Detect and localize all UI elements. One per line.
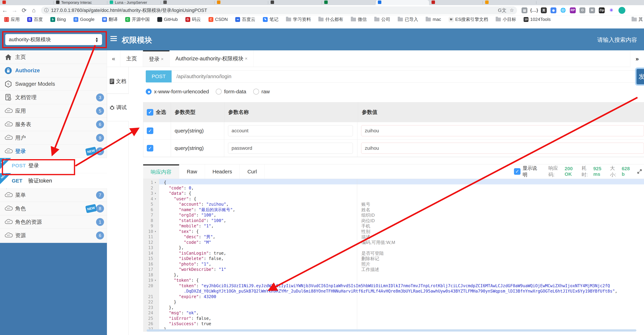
bookmark-item[interactable]: ∞百度云 (235, 16, 255, 22)
radio-icon[interactable] (146, 89, 152, 94)
notes-extension-icon[interactable]: ▤ (522, 8, 528, 13)
bookmark-item[interactable]: 已导入 (398, 16, 418, 22)
header-search-input[interactable]: 请输入搜索内容 (597, 36, 637, 44)
param-name-input[interactable]: password (228, 143, 353, 154)
select-all-checkbox[interactable]: ✓ (147, 109, 153, 116)
bookmark-item[interactable]: CCSDN (208, 17, 228, 22)
close-tab-icon[interactable]: × (245, 56, 248, 61)
fold-arrow-icon[interactable]: ▾ (154, 229, 156, 234)
bookmark-star-icon[interactable]: ☆ (510, 8, 514, 13)
bookmark-item[interactable]: 小目标 (496, 16, 516, 22)
browser-tab[interactable] (268, 0, 322, 5)
bookmark-item[interactable]: GitHub (157, 17, 178, 22)
site-info-icon[interactable]: ⓘ (44, 7, 49, 13)
param-value-input[interactable]: zuihou (361, 125, 644, 136)
browser-tab[interactable] (376, 0, 429, 5)
sidebar-item-文档管理[interactable]: 文档管理3 (0, 91, 107, 104)
show-description-checkbox[interactable]: ✓ (514, 168, 520, 175)
sidebar-op-post-login[interactable]: NEWPOST登录 (0, 158, 107, 173)
param-checkbox[interactable]: ✓ (147, 128, 153, 134)
close-tab-icon[interactable]: × (161, 56, 164, 62)
bookmark-item[interactable]: mac (426, 17, 441, 22)
sidebar-item-角色的资源[interactable]: API角色的资源1 (0, 215, 107, 229)
send-button[interactable]: 发送 (636, 69, 644, 84)
bookmark-item[interactable]: 百百度 (27, 16, 43, 22)
horizontal-scrollbar[interactable] (146, 329, 636, 332)
bookmark-item[interactable]: 什么都有 (318, 16, 343, 22)
rp-icon[interactable]: RP (570, 8, 576, 13)
fold-arrow-icon[interactable]: ▾ (154, 196, 156, 202)
sidebar-item-Swagger Models[interactable]: SSwagger Models (0, 77, 107, 91)
show-description-toggle[interactable]: ✓ 显示说明 (514, 165, 540, 178)
sidebar-item-资源[interactable]: API资源6 (0, 229, 107, 242)
response-body-editor[interactable]: 1▾{2 "code": 0,3▾ "data": {4▾ "user": {5… (143, 179, 644, 332)
tab-document[interactable]: 文档 (107, 69, 129, 94)
response-tab-Raw[interactable]: Raw (179, 164, 205, 179)
reload-icon[interactable]: ⟳ (19, 7, 29, 14)
radio-icon[interactable] (216, 89, 222, 94)
tab-debug[interactable]: 调试 (107, 94, 129, 121)
fold-arrow-icon[interactable]: ▾ (154, 190, 156, 196)
bookmark-item[interactable]: 公司 (374, 16, 390, 22)
doc-tab-登录[interactable]: 登录× (143, 50, 170, 67)
fold-arrow-icon[interactable]: ▾ (154, 278, 156, 283)
sidebar-item-菜单[interactable]: API菜单7 (0, 188, 107, 202)
oval-icon[interactable]: O (580, 8, 585, 13)
browser-tab[interactable] (214, 0, 268, 5)
fold-arrow-icon[interactable]: ▾ (154, 180, 156, 185)
bookmark-item[interactable]: MES搜索引擎文档 (449, 16, 488, 22)
bookmark-item[interactable]: 101024Tools (524, 17, 551, 22)
bookmark-item[interactable]: G码云 (186, 16, 201, 22)
param-checkbox[interactable]: ✓ (147, 145, 153, 152)
bookmark-item[interactable]: 译翻译 (102, 16, 118, 22)
body-type-option[interactable]: x-www-form-urlencoded (146, 89, 209, 94)
gitzip-icon[interactable]: Zip (599, 8, 605, 13)
sidebar-item-Authorize[interactable]: Authorize (0, 64, 107, 77)
param-value-input[interactable]: zuihou (361, 143, 644, 154)
forward-icon[interactable]: → (10, 7, 19, 14)
sidebar-item-服务表[interactable]: API服务表6 (0, 118, 107, 131)
browser-tab[interactable]: Temporary Interac (54, 0, 107, 5)
browser-tab[interactable] (161, 0, 214, 5)
browser-tab[interactable] (483, 0, 536, 5)
browser-tab[interactable] (322, 0, 376, 5)
profile-avatar[interactable] (618, 7, 625, 14)
response-tab-Curl[interactable]: Curl (240, 164, 264, 179)
browser-tab[interactable] (429, 0, 483, 5)
bookmark-item[interactable]: GGoogle (74, 17, 94, 22)
fullscreen-icon[interactable] (637, 169, 642, 174)
sidebar-item-角色[interactable]: API角色NEW8 (0, 202, 107, 215)
bookmark-item[interactable]: 微信 (351, 16, 367, 22)
translate-en-icon[interactable]: 英 (541, 8, 547, 13)
bookmark-item[interactable]: ⋮⋮应用 (4, 16, 20, 22)
url-text[interactable]: 127.0.0.1:8760/api/gate/doc.html#/author… (51, 7, 495, 14)
back-icon[interactable]: ← (0, 7, 10, 14)
sidebar-item-主页[interactable]: 主页 (0, 50, 107, 64)
radio-icon[interactable] (253, 89, 259, 94)
address-bar[interactable]: ⓘ 127.0.0.1:8760/api/gate/doc.html#/auth… (41, 6, 517, 14)
browser-tab[interactable]: Luna - JumpServer (107, 0, 161, 5)
shield-icon[interactable]: M (589, 8, 595, 13)
home-icon[interactable]: ⌂ (29, 7, 39, 14)
tabs-collapse-left-icon[interactable]: « (107, 50, 120, 67)
json-viewer-icon[interactable]: {…} (531, 8, 537, 13)
body-type-option[interactable]: form-data (216, 89, 246, 94)
bookmark-item[interactable]: 其 (632, 16, 644, 22)
bookmark-item[interactable]: C开源中国 (125, 16, 150, 22)
sidebar-item-应用[interactable]: API应用5 (0, 104, 107, 118)
doc-tab-Authorize-authority-权限模块[interactable]: Authorize-authority-权限模块× (170, 50, 254, 67)
body-type-option[interactable]: raw (253, 89, 270, 94)
menu-icon[interactable] (110, 36, 117, 42)
asterisk-icon[interactable]: ✳ (608, 8, 614, 13)
doc-tab-主页[interactable]: 主页 (120, 50, 143, 67)
tabs-expand-right-icon[interactable]: » (630, 50, 644, 67)
sidebar-item-登录[interactable]: API登录NEW2 (0, 144, 107, 158)
bookmark-item[interactable]: ✎笔记 (263, 16, 278, 22)
browser-tab[interactable] (0, 0, 54, 5)
param-name-input[interactable]: account (228, 125, 353, 136)
chrome-icon[interactable]: ◉ (550, 8, 556, 13)
translate-icon[interactable]: G文 (498, 7, 506, 14)
globe-icon[interactable]: 🌐 (560, 8, 566, 13)
response-tab-响应内容[interactable]: 响应内容 (143, 164, 179, 179)
bookmark-item[interactable]: bBing (50, 17, 66, 22)
